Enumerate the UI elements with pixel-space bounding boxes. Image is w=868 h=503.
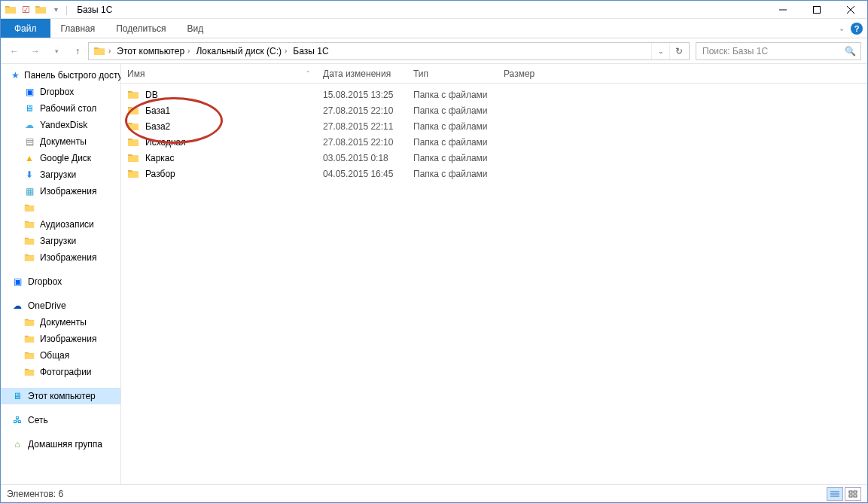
desktop-icon: 🖥: [23, 102, 35, 114]
help-icon[interactable]: ?: [851, 23, 863, 35]
sidebar-item-label: Аудиозаписи: [40, 219, 94, 230]
breadcrumb-segment[interactable]: Этот компьютер›: [114, 43, 193, 59]
sidebar-item-pictures[interactable]: ▦Изображения: [1, 183, 120, 200]
qat-dropdown-icon[interactable]: ▾: [49, 3, 62, 17]
icons-view-button[interactable]: [845, 487, 861, 501]
properties-icon[interactable]: ☑: [19, 3, 32, 17]
folder-icon: [23, 218, 35, 230]
window-title: Базы 1С: [77, 5, 766, 15]
folder-icon: [23, 366, 35, 378]
tab-view[interactable]: Вид: [176, 19, 214, 38]
address-dropdown-icon[interactable]: ⌄: [651, 43, 669, 59]
breadcrumb-segment[interactable]: Базы 1С: [290, 43, 331, 59]
folder-icon: [23, 316, 35, 328]
ribbon-expand-icon[interactable]: ⌄: [839, 24, 845, 32]
svg-rect-7: [849, 491, 852, 493]
file-date: 27.08.2015 22:10: [317, 137, 407, 148]
sidebar-item-label: YandexDisk: [40, 120, 87, 130]
minimize-button[interactable]: [766, 1, 799, 19]
table-row[interactable]: База127.08.2015 22:10Папка с файлами: [121, 102, 867, 118]
sidebar-item-googledrive[interactable]: ▲Google Диск: [1, 150, 120, 166]
sidebar-item-yandexdisk[interactable]: ☁YandexDisk: [1, 117, 120, 133]
onedrive-icon: ☁: [11, 300, 23, 312]
breadcrumb-label: Локальный диск (C:): [196, 46, 282, 56]
file-date: 04.05.2015 16:45: [317, 169, 407, 179]
column-headers: Имя˄ Дата изменения Тип Размер: [121, 64, 867, 84]
file-type: Папка с файлами: [407, 153, 498, 163]
table-row[interactable]: База227.08.2015 22:11Папка с файлами: [121, 118, 867, 134]
document-icon: ▤: [23, 136, 35, 148]
folder-icon: [23, 252, 35, 264]
table-row[interactable]: DB15.08.2015 13:25Папка с файлами: [121, 87, 867, 102]
sidebar-item-label: Dropbox: [28, 276, 62, 287]
sidebar-item-generic[interactable]: [1, 200, 120, 216]
search-icon[interactable]: 🔍: [845, 46, 856, 56]
sidebar-item-onedrive[interactable]: ☁OneDrive: [1, 297, 120, 314]
table-row[interactable]: Исходная27.08.2015 22:10Папка с файлами: [121, 134, 867, 150]
pictures-icon: ▦: [23, 185, 35, 197]
sidebar-item-label: Изображения: [40, 186, 96, 197]
close-button[interactable]: [833, 1, 867, 19]
breadcrumb-root[interactable]: ›: [90, 43, 114, 59]
svg-rect-10: [854, 495, 857, 497]
sidebar-item-favorites[interactable]: ★Панель быстрого доступа: [1, 67, 120, 84]
sidebar-item-dropbox[interactable]: ▣Dropbox: [1, 84, 120, 100]
tab-file[interactable]: Файл: [1, 19, 50, 38]
explorer-body: ★Панель быстрого доступа ▣Dropbox 🖥Рабоч…: [1, 64, 867, 484]
sidebar-item-label: Документы: [40, 136, 87, 147]
folder-icon: [23, 235, 35, 247]
sidebar-item-od-documents[interactable]: Документы: [1, 314, 120, 331]
refresh-button[interactable]: ↻: [669, 43, 687, 59]
folder-icon: [127, 168, 139, 180]
sidebar-item-homegroup[interactable]: ⌂Домашняя группа: [1, 436, 120, 453]
up-button[interactable]: ↑: [70, 44, 85, 59]
sidebar-item-od-shared[interactable]: Общая: [1, 347, 120, 364]
search-input[interactable]: [701, 45, 845, 57]
sidebar-item-documents[interactable]: ▤Документы: [1, 133, 120, 150]
column-label: Имя: [127, 69, 145, 79]
separator: |: [65, 5, 68, 15]
column-label: Тип: [413, 69, 428, 79]
breadcrumb-segment[interactable]: Локальный диск (C:)›: [193, 43, 290, 59]
history-dropdown-icon[interactable]: ▾: [49, 44, 64, 59]
folder-icon: [127, 120, 139, 133]
sidebar-item-music[interactable]: Аудиозаписи: [1, 216, 120, 233]
file-type: Папка с файлами: [407, 169, 498, 179]
downloads-icon: ⬇: [23, 169, 35, 181]
sidebar-item-downloads[interactable]: Загрузки: [1, 233, 120, 249]
search-box[interactable]: 🔍: [696, 42, 861, 60]
tab-home[interactable]: Главная: [50, 19, 106, 38]
sidebar-item-downloads[interactable]: ⬇Загрузки: [1, 166, 120, 183]
sidebar-item-pictures[interactable]: Изображения: [1, 249, 120, 266]
sidebar-item-network[interactable]: 🖧Сеть: [1, 412, 120, 428]
dropbox-icon: ▣: [23, 86, 35, 98]
svg-rect-1: [813, 6, 820, 13]
folder-icon: [127, 89, 139, 101]
table-row[interactable]: Каркас03.05.2015 0:18Папка с файлами: [121, 150, 867, 166]
maximize-button[interactable]: [799, 1, 833, 19]
column-label: Дата изменения: [323, 69, 391, 79]
column-header-date[interactable]: Дата изменения: [317, 64, 407, 83]
status-bar: Элементов: 6: [1, 484, 867, 502]
details-view-button[interactable]: [827, 487, 843, 501]
column-header-size[interactable]: Размер: [498, 64, 573, 83]
sidebar-item-label: Фотографии: [40, 367, 92, 377]
file-name: DB: [145, 90, 158, 100]
address-bar[interactable]: › Этот компьютер› Локальный диск (C:)› Б…: [88, 42, 690, 60]
breadcrumb-label: Базы 1С: [293, 46, 328, 56]
table-row[interactable]: Разбор04.05.2015 16:45Папка с файлами: [121, 166, 867, 181]
file-date: 03.05.2015 0:18: [317, 153, 407, 163]
sidebar-item-dropbox-root[interactable]: ▣Dropbox: [1, 273, 120, 290]
sidebar-item-label: Документы: [40, 317, 87, 328]
back-button[interactable]: ←: [7, 44, 22, 59]
sidebar-item-desktop[interactable]: 🖥Рабочий стол: [1, 100, 120, 117]
column-header-type[interactable]: Тип: [407, 64, 498, 83]
sidebar-item-od-pictures[interactable]: Изображения: [1, 331, 120, 347]
column-label: Размер: [504, 69, 535, 79]
sidebar-item-od-photos[interactable]: Фотографии: [1, 364, 120, 380]
column-header-name[interactable]: Имя˄: [121, 64, 317, 83]
tab-share[interactable]: Поделиться: [105, 19, 176, 38]
folder-icon: [23, 333, 35, 345]
sidebar-item-thispc[interactable]: 🖥Этот компьютер: [1, 388, 120, 404]
forward-button[interactable]: →: [28, 44, 43, 59]
